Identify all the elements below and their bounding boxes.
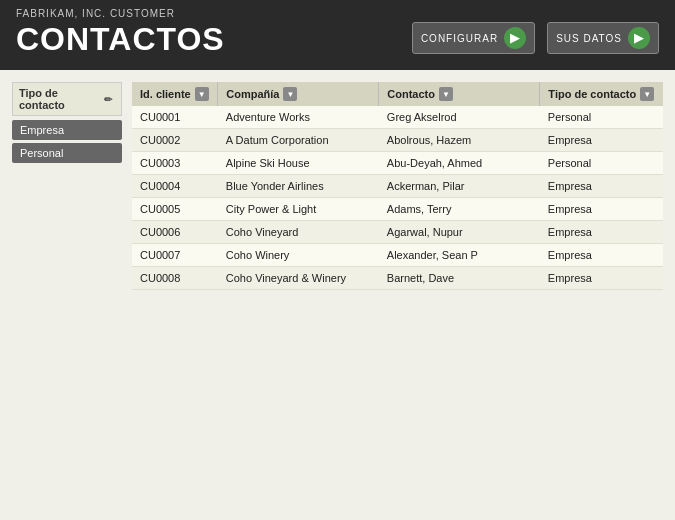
col-id-label: Id. cliente: [140, 88, 191, 100]
cell-company: Adventure Works: [218, 106, 379, 129]
cell-contact: Abolrous, Hazem: [379, 129, 540, 152]
col-header-contact[interactable]: Contacto ▼: [379, 82, 540, 106]
cell-id: CU0002: [132, 129, 218, 152]
table-header-row: Id. cliente ▼ Compañía ▼ Contacto: [132, 82, 663, 106]
col-header-id[interactable]: Id. cliente ▼: [132, 82, 218, 106]
sus-datos-button[interactable]: Sus Datos ▶: [547, 22, 659, 54]
table-row[interactable]: CU0006Coho VineyardAgarwal, NupurEmpresa: [132, 221, 663, 244]
cell-id: CU0005: [132, 198, 218, 221]
cell-id: CU0004: [132, 175, 218, 198]
cell-type: Empresa: [540, 198, 663, 221]
sort-type-icon[interactable]: ▼: [640, 87, 654, 101]
cell-contact: Greg Akselrod: [379, 106, 540, 129]
cell-contact: Adams, Terry: [379, 198, 540, 221]
configurar-button[interactable]: Configurar ▶: [412, 22, 535, 54]
header-text: Fabrikam, Inc. Customer Contactos: [16, 8, 225, 58]
filter-icon: ✏: [102, 92, 115, 106]
cell-contact: Ackerman, Pilar: [379, 175, 540, 198]
header: Fabrikam, Inc. Customer Contactos Config…: [0, 0, 675, 70]
cell-id: CU0003: [132, 152, 218, 175]
header-subtitle: Fabrikam, Inc. Customer: [16, 8, 225, 19]
main-content: Tipo de contacto ✏ Empresa Personal Id. …: [0, 70, 675, 510]
table-row[interactable]: CU0001Adventure WorksGreg AkselrodPerson…: [132, 106, 663, 129]
col-header-company[interactable]: Compañía ▼: [218, 82, 379, 106]
page-title: Contactos: [16, 21, 225, 58]
cell-contact: Abu-Deyah, Ahmed: [379, 152, 540, 175]
cell-id: CU0006: [132, 221, 218, 244]
sus-datos-arrow-icon: ▶: [628, 27, 650, 49]
table-row[interactable]: CU0005City Power & LightAdams, TerryEmpr…: [132, 198, 663, 221]
cell-company: Alpine Ski House: [218, 152, 379, 175]
configurar-label: Configurar: [421, 33, 498, 44]
cell-company: Coho Vineyard: [218, 221, 379, 244]
cell-id: CU0008: [132, 267, 218, 290]
table-row[interactable]: CU0004Blue Yonder AirlinesAckerman, Pila…: [132, 175, 663, 198]
sidebar-item-personal[interactable]: Personal: [12, 143, 122, 163]
cell-company: A Datum Corporation: [218, 129, 379, 152]
sidebar-item-empresa[interactable]: Empresa: [12, 120, 122, 140]
col-type-label: Tipo de contacto: [548, 88, 636, 100]
col-company-label: Compañía: [226, 88, 279, 100]
header-buttons: Configurar ▶ Sus Datos ▶: [412, 22, 659, 58]
col-header-type[interactable]: Tipo de contacto ▼: [540, 82, 663, 106]
col-contact-label: Contacto: [387, 88, 435, 100]
table-area: Id. cliente ▼ Compañía ▼ Contacto: [132, 82, 663, 498]
sidebar-header-label: Tipo de contacto: [19, 87, 102, 111]
cell-type: Empresa: [540, 175, 663, 198]
table-body: CU0001Adventure WorksGreg AkselrodPerson…: [132, 106, 663, 290]
sidebar: Tipo de contacto ✏ Empresa Personal: [12, 82, 122, 498]
sort-id-icon[interactable]: ▼: [195, 87, 209, 101]
cell-id: CU0007: [132, 244, 218, 267]
cell-type: Personal: [540, 152, 663, 175]
cell-type: Empresa: [540, 129, 663, 152]
table-row[interactable]: CU0007Coho WineryAlexander, Sean PEmpres…: [132, 244, 663, 267]
cell-contact: Barnett, Dave: [379, 267, 540, 290]
cell-type: Empresa: [540, 267, 663, 290]
cell-id: CU0001: [132, 106, 218, 129]
cell-company: City Power & Light: [218, 198, 379, 221]
cell-type: Personal: [540, 106, 663, 129]
configurar-arrow-icon: ▶: [504, 27, 526, 49]
table-row[interactable]: CU0002A Datum CorporationAbolrous, Hazem…: [132, 129, 663, 152]
cell-company: Coho Vineyard & Winery: [218, 267, 379, 290]
table-row[interactable]: CU0003Alpine Ski HouseAbu-Deyah, AhmedPe…: [132, 152, 663, 175]
cell-type: Empresa: [540, 244, 663, 267]
contacts-table: Id. cliente ▼ Compañía ▼ Contacto: [132, 82, 663, 290]
cell-company: Blue Yonder Airlines: [218, 175, 379, 198]
sort-contact-icon[interactable]: ▼: [439, 87, 453, 101]
sort-company-icon[interactable]: ▼: [283, 87, 297, 101]
cell-contact: Alexander, Sean P: [379, 244, 540, 267]
cell-company: Coho Winery: [218, 244, 379, 267]
cell-type: Empresa: [540, 221, 663, 244]
cell-contact: Agarwal, Nupur: [379, 221, 540, 244]
sidebar-header: Tipo de contacto ✏: [12, 82, 122, 116]
table-row[interactable]: CU0008Coho Vineyard & WineryBarnett, Dav…: [132, 267, 663, 290]
sus-datos-label: Sus Datos: [556, 33, 622, 44]
